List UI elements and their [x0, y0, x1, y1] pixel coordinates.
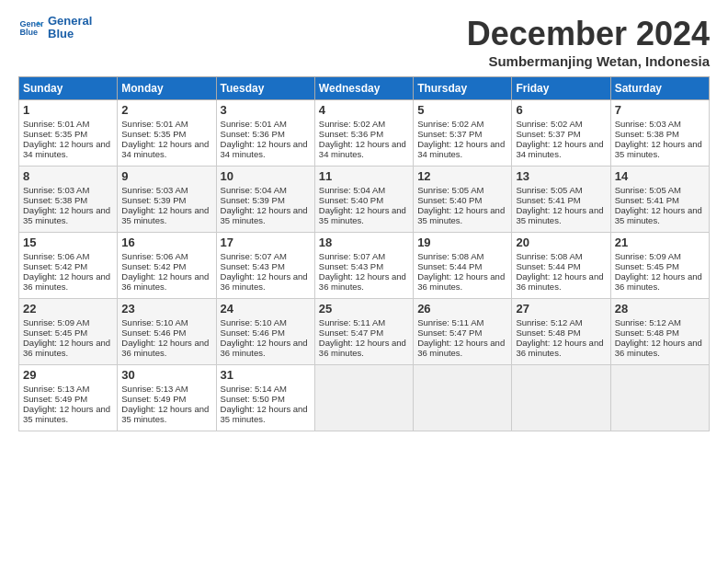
day-number: 10	[221, 169, 311, 183]
day-number: 13	[516, 169, 606, 183]
logo-text-general: General	[48, 15, 92, 28]
table-row: 18 Sunrise: 5:07 AM Sunset: 5:43 PM Dayl…	[314, 233, 413, 299]
daylight-label: Daylight: 12 hours and 35 minutes.	[417, 205, 505, 225]
sunset-label: Sunset: 5:47 PM	[319, 327, 383, 338]
daylight-label: Daylight: 12 hours and 36 minutes.	[23, 338, 110, 358]
sunset-label: Sunset: 5:36 PM	[221, 129, 285, 139]
sunset-label: Sunset: 5:35 PM	[121, 129, 186, 139]
day-number: 29	[23, 368, 113, 382]
sunrise-label: Sunrise: 5:14 AM	[221, 384, 287, 394]
daylight-label: Daylight: 12 hours and 36 minutes.	[615, 271, 702, 292]
table-row: 8 Sunrise: 5:03 AM Sunset: 5:38 PM Dayli…	[19, 167, 118, 233]
day-number: 5	[417, 103, 507, 117]
day-number: 30	[121, 368, 211, 382]
table-row: 2 Sunrise: 5:01 AM Sunset: 5:35 PM Dayli…	[118, 100, 216, 167]
table-row: 1 Sunrise: 5:01 AM Sunset: 5:35 PM Dayli…	[19, 100, 118, 167]
day-number: 17	[221, 236, 311, 249]
day-number: 27	[516, 302, 606, 316]
calendar-week-row: 8 Sunrise: 5:03 AM Sunset: 5:38 PM Dayli…	[19, 167, 710, 233]
day-number: 2	[121, 103, 211, 117]
sunset-label: Sunset: 5:38 PM	[23, 195, 87, 205]
sunset-label: Sunset: 5:39 PM	[121, 195, 186, 205]
daylight-label: Daylight: 12 hours and 34 minutes.	[319, 139, 406, 159]
daylight-label: Daylight: 12 hours and 34 minutes.	[516, 139, 603, 159]
sunset-label: Sunset: 5:43 PM	[319, 261, 383, 271]
daylight-label: Daylight: 12 hours and 36 minutes.	[615, 338, 702, 358]
sunset-label: Sunset: 5:49 PM	[121, 394, 186, 404]
daylight-label: Daylight: 12 hours and 36 minutes.	[221, 271, 308, 292]
table-row: 26 Sunrise: 5:11 AM Sunset: 5:47 PM Dayl…	[414, 299, 512, 365]
daylight-label: Daylight: 12 hours and 36 minutes.	[319, 338, 406, 358]
sunrise-label: Sunrise: 5:13 AM	[121, 384, 188, 394]
col-wednesday: Wednesday	[314, 77, 413, 100]
daylight-label: Daylight: 12 hours and 35 minutes.	[615, 205, 702, 225]
sunrise-label: Sunrise: 5:08 AM	[417, 251, 483, 261]
day-number: 24	[221, 302, 311, 316]
calendar-week-row: 29 Sunrise: 5:13 AM Sunset: 5:49 PM Dayl…	[19, 365, 710, 431]
sunset-label: Sunset: 5:42 PM	[121, 261, 186, 271]
daylight-label: Daylight: 12 hours and 35 minutes.	[319, 205, 406, 225]
daylight-label: Daylight: 12 hours and 36 minutes.	[121, 271, 209, 292]
sunset-label: Sunset: 5:49 PM	[23, 394, 87, 404]
table-row: 14 Sunrise: 5:05 AM Sunset: 5:41 PM Dayl…	[610, 167, 709, 233]
table-row: 3 Sunrise: 5:01 AM Sunset: 5:36 PM Dayli…	[216, 100, 314, 167]
sunrise-label: Sunrise: 5:02 AM	[516, 119, 582, 129]
day-number: 20	[516, 236, 606, 249]
header-row: Sunday Monday Tuesday Wednesday Thursday…	[19, 77, 710, 100]
daylight-label: Daylight: 12 hours and 35 minutes.	[221, 404, 308, 424]
sunset-label: Sunset: 5:47 PM	[417, 327, 482, 338]
daylight-label: Daylight: 12 hours and 36 minutes.	[516, 338, 603, 358]
daylight-label: Daylight: 12 hours and 35 minutes.	[23, 404, 110, 424]
daylight-label: Daylight: 12 hours and 36 minutes.	[121, 338, 209, 358]
daylight-label: Daylight: 12 hours and 36 minutes.	[516, 271, 603, 292]
table-row: 27 Sunrise: 5:12 AM Sunset: 5:48 PM Dayl…	[512, 299, 610, 365]
day-number: 6	[516, 103, 606, 117]
sunset-label: Sunset: 5:36 PM	[319, 129, 383, 139]
sunrise-label: Sunrise: 5:04 AM	[319, 185, 385, 195]
table-row: 31 Sunrise: 5:14 AM Sunset: 5:50 PM Dayl…	[216, 365, 314, 431]
day-number: 3	[221, 103, 311, 117]
daylight-label: Daylight: 12 hours and 35 minutes.	[221, 205, 308, 225]
calendar-week-row: 15 Sunrise: 5:06 AM Sunset: 5:42 PM Dayl…	[19, 233, 710, 299]
sunrise-label: Sunrise: 5:02 AM	[319, 119, 385, 129]
table-row: 16 Sunrise: 5:06 AM Sunset: 5:42 PM Dayl…	[118, 233, 216, 299]
sunrise-label: Sunrise: 5:07 AM	[319, 251, 385, 261]
sunset-label: Sunset: 5:40 PM	[319, 195, 383, 205]
day-number: 28	[615, 302, 705, 316]
sunset-label: Sunset: 5:37 PM	[516, 129, 580, 139]
table-row: 11 Sunrise: 5:04 AM Sunset: 5:40 PM Dayl…	[314, 167, 413, 233]
table-row: 28 Sunrise: 5:12 AM Sunset: 5:48 PM Dayl…	[610, 299, 709, 365]
daylight-label: Daylight: 12 hours and 34 minutes.	[121, 139, 209, 159]
svg-text:General: General	[19, 19, 44, 29]
sunset-label: Sunset: 5:41 PM	[615, 195, 679, 205]
sunset-label: Sunset: 5:37 PM	[417, 129, 482, 139]
sunrise-label: Sunrise: 5:12 AM	[516, 317, 582, 327]
sunrise-label: Sunrise: 5:07 AM	[221, 251, 287, 261]
table-row	[610, 365, 709, 431]
day-number: 18	[319, 236, 409, 249]
col-monday: Monday	[118, 77, 216, 100]
sunset-label: Sunset: 5:45 PM	[615, 261, 679, 271]
table-row: 5 Sunrise: 5:02 AM Sunset: 5:37 PM Dayli…	[414, 100, 512, 167]
col-thursday: Thursday	[414, 77, 512, 100]
day-number: 16	[121, 236, 211, 249]
day-number: 8	[23, 169, 113, 183]
sunrise-label: Sunrise: 5:03 AM	[121, 185, 188, 195]
sunrise-label: Sunrise: 5:11 AM	[417, 317, 483, 327]
day-number: 14	[615, 169, 705, 183]
table-row: 24 Sunrise: 5:10 AM Sunset: 5:46 PM Dayl…	[216, 299, 314, 365]
day-number: 9	[121, 169, 211, 183]
sunset-label: Sunset: 5:41 PM	[516, 195, 580, 205]
daylight-label: Daylight: 12 hours and 34 minutes.	[23, 139, 110, 159]
daylight-label: Daylight: 12 hours and 35 minutes.	[516, 205, 603, 225]
table-row: 22 Sunrise: 5:09 AM Sunset: 5:45 PM Dayl…	[19, 299, 118, 365]
day-number: 15	[23, 236, 113, 249]
table-row: 13 Sunrise: 5:05 AM Sunset: 5:41 PM Dayl…	[512, 167, 610, 233]
logo: General Blue General Blue	[18, 15, 92, 41]
header: General Blue General Blue December 2024 …	[18, 15, 710, 69]
day-number: 12	[417, 169, 507, 183]
table-row: 17 Sunrise: 5:07 AM Sunset: 5:43 PM Dayl…	[216, 233, 314, 299]
daylight-label: Daylight: 12 hours and 35 minutes.	[615, 139, 702, 159]
table-row	[314, 365, 413, 431]
location-subtitle: Sumbermanjing Wetan, Indonesia	[467, 53, 710, 69]
